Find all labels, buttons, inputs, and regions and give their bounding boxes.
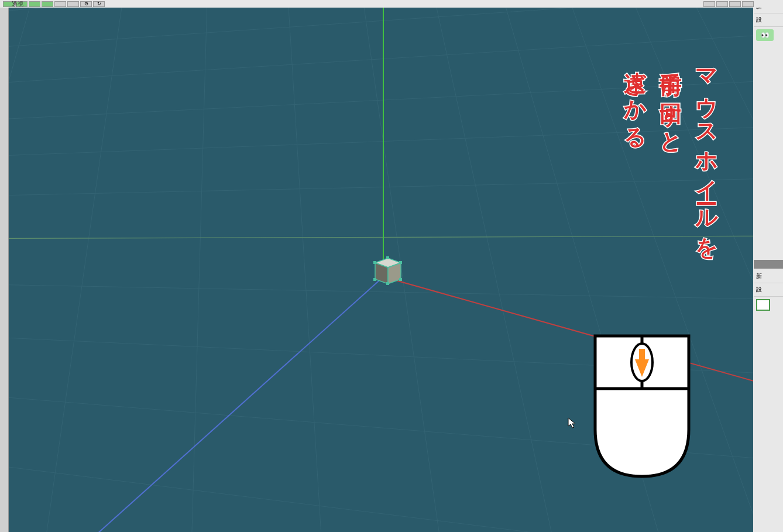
right-side-panel: 新 設 👀 新 設 xyxy=(754,0,783,532)
svg-line-18 xyxy=(430,8,565,532)
tool-btn-3[interactable] xyxy=(29,1,40,7)
svg-rect-30 xyxy=(386,256,389,259)
right-tab-2[interactable]: 設 xyxy=(754,13,783,27)
tool-right-1[interactable] xyxy=(703,1,715,7)
axis-x xyxy=(383,277,753,382)
tool-settings-icon[interactable]: ⚙ xyxy=(80,1,92,7)
left-ruler xyxy=(0,8,9,532)
right-tab-3[interactable]: 新 xyxy=(754,270,783,283)
svg-line-24 xyxy=(9,236,753,239)
right-tab-4[interactable]: 設 xyxy=(754,283,783,297)
svg-line-9 xyxy=(9,388,753,464)
svg-line-23 xyxy=(740,8,753,532)
svg-line-15 xyxy=(190,8,208,532)
svg-line-3 xyxy=(9,78,753,125)
svg-line-10 xyxy=(9,452,753,532)
top-toolbar: 透視 ⚙ ↻ xyxy=(0,0,783,8)
tool-right-4[interactable] xyxy=(742,1,754,7)
tool-right-2[interactable] xyxy=(716,1,728,7)
view-mode-label: 透視 xyxy=(12,0,23,8)
svg-line-16 xyxy=(287,8,325,532)
tool-refresh-icon[interactable]: ↻ xyxy=(93,1,105,7)
svg-rect-33 xyxy=(386,282,389,285)
svg-rect-29 xyxy=(373,261,376,264)
3d-viewport[interactable]: マウスホイールを 手前に回すと 遠ざかる xyxy=(9,8,753,532)
tool-btn-5[interactable] xyxy=(54,1,66,7)
tool-btn-4[interactable] xyxy=(42,1,53,7)
svg-line-4 xyxy=(9,125,753,160)
panel-divider xyxy=(754,260,783,269)
svg-line-8 xyxy=(9,332,753,376)
svg-rect-34 xyxy=(399,278,402,281)
cube-object[interactable] xyxy=(370,255,406,287)
svg-line-13 xyxy=(9,8,38,532)
tool-btn-6[interactable] xyxy=(67,1,79,7)
svg-line-11 xyxy=(9,528,753,532)
svg-line-5 xyxy=(9,177,753,198)
svg-rect-31 xyxy=(399,261,402,264)
svg-line-14 xyxy=(38,8,126,532)
axis-z xyxy=(97,277,383,532)
visibility-eyes-icon[interactable]: 👀 xyxy=(756,29,774,41)
svg-line-21 xyxy=(623,8,753,532)
tool-right-3[interactable] xyxy=(729,1,741,7)
svg-line-2 xyxy=(9,31,753,90)
color-swatch-icon[interactable] xyxy=(756,299,770,311)
svg-line-19 xyxy=(497,8,676,532)
svg-rect-32 xyxy=(373,278,376,281)
